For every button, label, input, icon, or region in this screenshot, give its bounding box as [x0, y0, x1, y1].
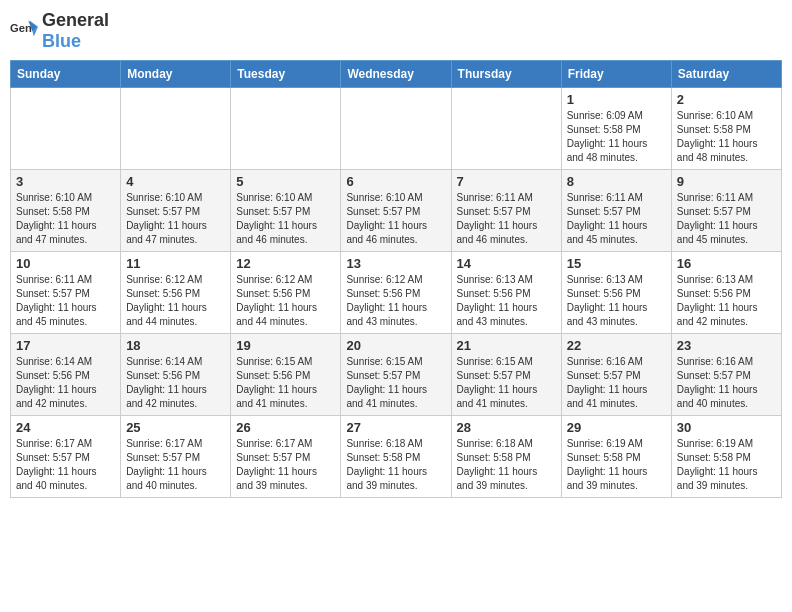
- day-info: Sunrise: 6:18 AM Sunset: 5:58 PM Dayligh…: [457, 437, 556, 493]
- calendar-cell: 19Sunrise: 6:15 AM Sunset: 5:56 PM Dayli…: [231, 334, 341, 416]
- day-number: 11: [126, 256, 225, 271]
- calendar-cell: [11, 88, 121, 170]
- calendar-cell: 5Sunrise: 6:10 AM Sunset: 5:57 PM Daylig…: [231, 170, 341, 252]
- day-number: 12: [236, 256, 335, 271]
- calendar-cell: [121, 88, 231, 170]
- day-header-tuesday: Tuesday: [231, 61, 341, 88]
- day-number: 21: [457, 338, 556, 353]
- calendar-cell: 22Sunrise: 6:16 AM Sunset: 5:57 PM Dayli…: [561, 334, 671, 416]
- day-number: 27: [346, 420, 445, 435]
- day-info: Sunrise: 6:10 AM Sunset: 5:57 PM Dayligh…: [126, 191, 225, 247]
- day-info: Sunrise: 6:10 AM Sunset: 5:57 PM Dayligh…: [346, 191, 445, 247]
- day-header-wednesday: Wednesday: [341, 61, 451, 88]
- calendar-cell: 11Sunrise: 6:12 AM Sunset: 5:56 PM Dayli…: [121, 252, 231, 334]
- logo-icon: Gen: [10, 17, 38, 45]
- calendar-cell: 4Sunrise: 6:10 AM Sunset: 5:57 PM Daylig…: [121, 170, 231, 252]
- calendar-cell: 12Sunrise: 6:12 AM Sunset: 5:56 PM Dayli…: [231, 252, 341, 334]
- day-info: Sunrise: 6:16 AM Sunset: 5:57 PM Dayligh…: [677, 355, 776, 411]
- day-number: 10: [16, 256, 115, 271]
- calendar-cell: 17Sunrise: 6:14 AM Sunset: 5:56 PM Dayli…: [11, 334, 121, 416]
- day-info: Sunrise: 6:11 AM Sunset: 5:57 PM Dayligh…: [677, 191, 776, 247]
- day-info: Sunrise: 6:12 AM Sunset: 5:56 PM Dayligh…: [346, 273, 445, 329]
- calendar-cell: 16Sunrise: 6:13 AM Sunset: 5:56 PM Dayli…: [671, 252, 781, 334]
- day-info: Sunrise: 6:10 AM Sunset: 5:57 PM Dayligh…: [236, 191, 335, 247]
- day-info: Sunrise: 6:14 AM Sunset: 5:56 PM Dayligh…: [126, 355, 225, 411]
- day-number: 14: [457, 256, 556, 271]
- day-header-monday: Monday: [121, 61, 231, 88]
- calendar-cell: 20Sunrise: 6:15 AM Sunset: 5:57 PM Dayli…: [341, 334, 451, 416]
- day-info: Sunrise: 6:13 AM Sunset: 5:56 PM Dayligh…: [677, 273, 776, 329]
- calendar-cell: 21Sunrise: 6:15 AM Sunset: 5:57 PM Dayli…: [451, 334, 561, 416]
- day-info: Sunrise: 6:13 AM Sunset: 5:56 PM Dayligh…: [567, 273, 666, 329]
- day-info: Sunrise: 6:10 AM Sunset: 5:58 PM Dayligh…: [16, 191, 115, 247]
- day-number: 19: [236, 338, 335, 353]
- day-info: Sunrise: 6:14 AM Sunset: 5:56 PM Dayligh…: [16, 355, 115, 411]
- calendar-cell: 23Sunrise: 6:16 AM Sunset: 5:57 PM Dayli…: [671, 334, 781, 416]
- day-info: Sunrise: 6:10 AM Sunset: 5:58 PM Dayligh…: [677, 109, 776, 165]
- calendar-cell: 29Sunrise: 6:19 AM Sunset: 5:58 PM Dayli…: [561, 416, 671, 498]
- day-number: 26: [236, 420, 335, 435]
- day-number: 4: [126, 174, 225, 189]
- day-info: Sunrise: 6:17 AM Sunset: 5:57 PM Dayligh…: [16, 437, 115, 493]
- day-number: 7: [457, 174, 556, 189]
- calendar-cell: [231, 88, 341, 170]
- day-number: 28: [457, 420, 556, 435]
- calendar-cell: 27Sunrise: 6:18 AM Sunset: 5:58 PM Dayli…: [341, 416, 451, 498]
- day-number: 23: [677, 338, 776, 353]
- calendar-cell: 26Sunrise: 6:17 AM Sunset: 5:57 PM Dayli…: [231, 416, 341, 498]
- day-info: Sunrise: 6:16 AM Sunset: 5:57 PM Dayligh…: [567, 355, 666, 411]
- logo: Gen General Blue: [10, 10, 109, 52]
- calendar: SundayMondayTuesdayWednesdayThursdayFrid…: [10, 60, 782, 498]
- calendar-cell: 9Sunrise: 6:11 AM Sunset: 5:57 PM Daylig…: [671, 170, 781, 252]
- day-number: 25: [126, 420, 225, 435]
- calendar-cell: 1Sunrise: 6:09 AM Sunset: 5:58 PM Daylig…: [561, 88, 671, 170]
- day-info: Sunrise: 6:18 AM Sunset: 5:58 PM Dayligh…: [346, 437, 445, 493]
- week-row-1: 1Sunrise: 6:09 AM Sunset: 5:58 PM Daylig…: [11, 88, 782, 170]
- header: Gen General Blue: [10, 10, 782, 52]
- day-info: Sunrise: 6:19 AM Sunset: 5:58 PM Dayligh…: [567, 437, 666, 493]
- calendar-cell: 14Sunrise: 6:13 AM Sunset: 5:56 PM Dayli…: [451, 252, 561, 334]
- day-info: Sunrise: 6:17 AM Sunset: 5:57 PM Dayligh…: [126, 437, 225, 493]
- day-number: 24: [16, 420, 115, 435]
- week-row-3: 10Sunrise: 6:11 AM Sunset: 5:57 PM Dayli…: [11, 252, 782, 334]
- day-info: Sunrise: 6:11 AM Sunset: 5:57 PM Dayligh…: [16, 273, 115, 329]
- day-number: 16: [677, 256, 776, 271]
- calendar-cell: 6Sunrise: 6:10 AM Sunset: 5:57 PM Daylig…: [341, 170, 451, 252]
- calendar-cell: 24Sunrise: 6:17 AM Sunset: 5:57 PM Dayli…: [11, 416, 121, 498]
- calendar-cell: 10Sunrise: 6:11 AM Sunset: 5:57 PM Dayli…: [11, 252, 121, 334]
- day-number: 8: [567, 174, 666, 189]
- day-number: 1: [567, 92, 666, 107]
- day-number: 22: [567, 338, 666, 353]
- day-number: 3: [16, 174, 115, 189]
- week-row-5: 24Sunrise: 6:17 AM Sunset: 5:57 PM Dayli…: [11, 416, 782, 498]
- calendar-cell: 15Sunrise: 6:13 AM Sunset: 5:56 PM Dayli…: [561, 252, 671, 334]
- calendar-cell: 28Sunrise: 6:18 AM Sunset: 5:58 PM Dayli…: [451, 416, 561, 498]
- day-number: 17: [16, 338, 115, 353]
- day-number: 9: [677, 174, 776, 189]
- day-info: Sunrise: 6:12 AM Sunset: 5:56 PM Dayligh…: [126, 273, 225, 329]
- calendar-cell: 25Sunrise: 6:17 AM Sunset: 5:57 PM Dayli…: [121, 416, 231, 498]
- calendar-cell: 7Sunrise: 6:11 AM Sunset: 5:57 PM Daylig…: [451, 170, 561, 252]
- calendar-cell: [451, 88, 561, 170]
- day-info: Sunrise: 6:17 AM Sunset: 5:57 PM Dayligh…: [236, 437, 335, 493]
- calendar-cell: [341, 88, 451, 170]
- day-header-thursday: Thursday: [451, 61, 561, 88]
- day-number: 30: [677, 420, 776, 435]
- day-number: 2: [677, 92, 776, 107]
- day-header-sunday: Sunday: [11, 61, 121, 88]
- day-info: Sunrise: 6:11 AM Sunset: 5:57 PM Dayligh…: [457, 191, 556, 247]
- logo-blue: Blue: [42, 31, 81, 51]
- day-info: Sunrise: 6:19 AM Sunset: 5:58 PM Dayligh…: [677, 437, 776, 493]
- calendar-cell: 3Sunrise: 6:10 AM Sunset: 5:58 PM Daylig…: [11, 170, 121, 252]
- calendar-cell: 30Sunrise: 6:19 AM Sunset: 5:58 PM Dayli…: [671, 416, 781, 498]
- day-info: Sunrise: 6:15 AM Sunset: 5:56 PM Dayligh…: [236, 355, 335, 411]
- calendar-cell: 13Sunrise: 6:12 AM Sunset: 5:56 PM Dayli…: [341, 252, 451, 334]
- day-number: 13: [346, 256, 445, 271]
- day-info: Sunrise: 6:15 AM Sunset: 5:57 PM Dayligh…: [346, 355, 445, 411]
- day-number: 5: [236, 174, 335, 189]
- calendar-cell: 18Sunrise: 6:14 AM Sunset: 5:56 PM Dayli…: [121, 334, 231, 416]
- day-number: 6: [346, 174, 445, 189]
- day-number: 15: [567, 256, 666, 271]
- logo-general: General: [42, 10, 109, 30]
- week-row-4: 17Sunrise: 6:14 AM Sunset: 5:56 PM Dayli…: [11, 334, 782, 416]
